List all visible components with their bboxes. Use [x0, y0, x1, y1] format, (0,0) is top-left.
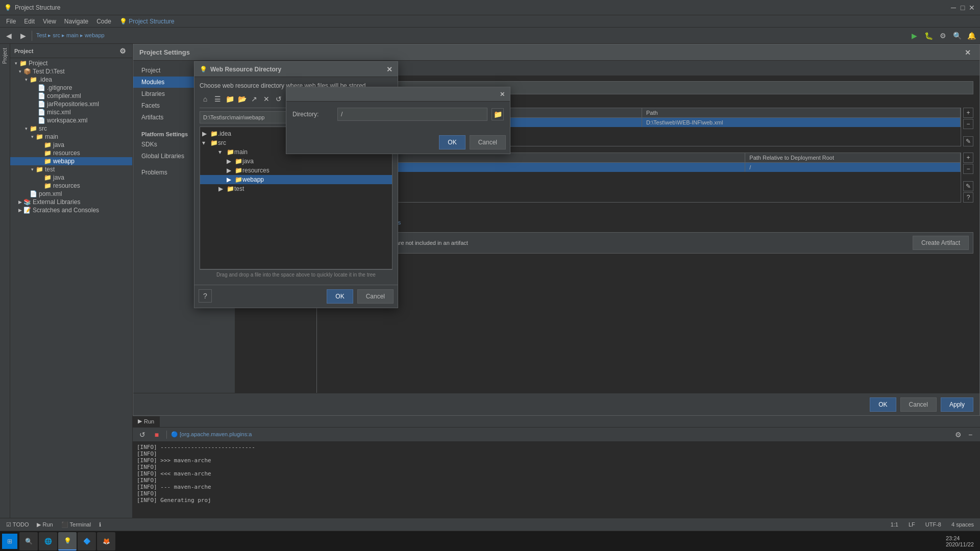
wrd-help-btn[interactable]: ?	[199, 289, 212, 303]
settings-run-button[interactable]: ⚙	[952, 429, 964, 440]
tree-item-test-folder[interactable]: ▾ 📁 test	[10, 165, 132, 173]
wrd-close-button[interactable]: ✕	[386, 65, 393, 73]
tree-item-workspace[interactable]: 📄 workspace.xml	[10, 116, 132, 124]
tree-item-src[interactable]: ▾ 📁 src	[10, 124, 132, 133]
browse-dir-button[interactable]: 📁	[492, 108, 504, 120]
status-terminal[interactable]: ⬛ Terminal	[59, 521, 93, 528]
taskbar-app2[interactable]: 🦊	[97, 532, 115, 550]
menu-file[interactable]: File	[2, 17, 20, 26]
tree-item-external[interactable]: ▶ 📚 External Libraries	[10, 198, 132, 206]
inner-cancel-button[interactable]: Cancel	[470, 135, 506, 149]
inner-ok-button[interactable]: OK	[439, 135, 465, 149]
run-button[interactable]: ▶	[908, 29, 921, 42]
menu-code[interactable]: Code	[92, 17, 115, 26]
tree-item-main[interactable]: ▾ 📁 main	[10, 133, 132, 141]
tree-item-test-resources[interactable]: 📁 resources	[10, 182, 132, 190]
idea-folder-icon: 📁	[210, 130, 218, 137]
taskbar-intellij[interactable]: 💡	[58, 532, 77, 550]
taskbar-edge[interactable]: 🌐	[39, 532, 57, 550]
tree-item-test[interactable]: ▾ 📦 Test D:\Test	[10, 67, 132, 76]
forward-button[interactable]: ▶	[16, 29, 30, 42]
restart-button[interactable]: ↺	[137, 429, 148, 440]
wrd-cancel-button[interactable]: Cancel	[357, 289, 394, 304]
status-todo[interactable]: ☑ TODO	[4, 521, 31, 528]
wrd-refresh-button[interactable]: ↺	[273, 93, 284, 105]
workspace-icon: 📄	[38, 117, 45, 124]
wrd-edit-button[interactable]: ✎	[963, 181, 973, 191]
menu-bar: File Edit View Navigate Code 💡 Project S…	[0, 15, 980, 28]
status-encoding[interactable]: UTF-8	[923, 521, 943, 528]
debug-button[interactable]: 🐛	[922, 29, 935, 42]
wrd-tree-webapp[interactable]: ▶ 📁 webapp	[200, 175, 392, 184]
test-java-icon: 📁	[44, 174, 52, 181]
taskbar-app1[interactable]: 🔷	[78, 532, 96, 550]
dialog-apply-button[interactable]: Apply	[941, 397, 973, 412]
dialog-cancel-button[interactable]: Cancel	[900, 397, 937, 412]
tree-item-project[interactable]: ▾ 📁 Project	[10, 59, 132, 67]
wrd-folder-button[interactable]: 📁	[224, 93, 235, 105]
folder-icon: 📁	[19, 60, 27, 67]
expand-test-icon: ▶	[218, 185, 227, 192]
tree-item-gitignore[interactable]: 📄 .gitignore	[10, 84, 132, 92]
left-stripe: Project	[0, 44, 10, 518]
taskbar-search[interactable]: 🔍	[19, 532, 38, 550]
tree-item-webapp[interactable]: 📁 webapp	[10, 157, 132, 165]
wrd-move-button[interactable]: ↗	[249, 93, 260, 105]
close-button[interactable]: ✕	[968, 4, 976, 12]
status-run[interactable]: ▶ Run	[35, 521, 55, 528]
dialog-ok-button[interactable]: OK	[870, 397, 896, 412]
status-bar-right: 1:1 LF UTF-8 4 spaces	[889, 521, 976, 528]
run-tab[interactable]: ▶ Run	[133, 416, 160, 427]
tree-item-misc[interactable]: 📄 misc.xml	[10, 108, 132, 116]
wrd-home-button[interactable]: ⌂	[200, 93, 211, 105]
tree-item-compiler[interactable]: 📄 compiler.xml	[10, 92, 132, 100]
wrd-ok-button[interactable]: OK	[327, 289, 353, 304]
tree-item-scratches[interactable]: ▶ 📝 Scratches and Consoles	[10, 206, 132, 214]
wrd-tree-test[interactable]: ▶ 📁 test	[200, 184, 392, 193]
ps-close-button[interactable]: ✕	[962, 47, 973, 58]
java-folder-icon: 📁	[44, 141, 52, 148]
project-tree[interactable]: ▾ 📁 Project ▾ 📦 Test D:\Test ▾ 📁 .idea	[10, 58, 132, 518]
dd-add-button[interactable]: +	[963, 108, 973, 118]
run-line-6: [INFO]	[137, 477, 976, 484]
minimize-button[interactable]: ─	[949, 4, 958, 12]
wrd-tree-java[interactable]: ▶ 📁 java	[200, 157, 392, 166]
gear-icon[interactable]: ⚙	[117, 45, 128, 57]
tree-item-test-java[interactable]: 📁 java	[10, 173, 132, 182]
stop-button[interactable]: ■	[151, 429, 162, 440]
status-position[interactable]: 1:1	[889, 521, 900, 528]
status-indent[interactable]: 4 spaces	[949, 521, 976, 528]
tree-item-pom[interactable]: 📄 pom.xml	[10, 190, 132, 198]
tree-item-jar[interactable]: 📄 jarRepositories.xml	[10, 100, 132, 108]
maximize-button[interactable]: □	[959, 4, 967, 12]
project-panel-tab[interactable]: Project	[1, 46, 9, 66]
inner-dialog-close[interactable]: ✕	[500, 91, 505, 98]
wrd-remove-button[interactable]: −	[963, 164, 973, 174]
menu-view[interactable]: View	[39, 17, 60, 26]
tree-item-idea[interactable]: ▾ 📁 .idea	[10, 76, 132, 84]
notifications-button[interactable]: 🔔	[965, 29, 978, 42]
wrd-folder-new-button[interactable]: 📂	[236, 93, 248, 105]
start-button[interactable]: ⊞	[2, 534, 17, 549]
status-line-sep[interactable]: LF	[906, 521, 917, 528]
back-button[interactable]: ◀	[2, 29, 15, 42]
wrd-delete-button[interactable]: ✕	[261, 93, 272, 105]
status-info[interactable]: ℹ	[97, 521, 103, 528]
search-button[interactable]: 🔍	[950, 29, 964, 42]
directory-input[interactable]	[337, 108, 487, 121]
settings-button[interactable]: ⚙	[936, 29, 949, 42]
wrd-add-button[interactable]: +	[963, 153, 973, 163]
wrd-table-row[interactable]: /	[324, 163, 961, 172]
menu-project-structure[interactable]: 💡 Project Structure	[115, 17, 179, 26]
wrd-tree-resources[interactable]: ▶ 📁 resources	[200, 166, 392, 175]
tree-item-resources[interactable]: 📁 resources	[10, 149, 132, 157]
close-run-button[interactable]: −	[965, 429, 976, 440]
wrd-list-button[interactable]: ☰	[212, 93, 223, 105]
create-artifact-button[interactable]: Create Artifact	[913, 236, 969, 250]
wrd-help-button[interactable]: ?	[963, 192, 973, 203]
menu-edit[interactable]: Edit	[20, 17, 39, 26]
dd-remove-button[interactable]: −	[963, 119, 973, 129]
dd-edit-button[interactable]: ✎	[963, 136, 973, 146]
menu-navigate[interactable]: Navigate	[60, 17, 92, 26]
tree-item-java[interactable]: 📁 java	[10, 141, 132, 149]
